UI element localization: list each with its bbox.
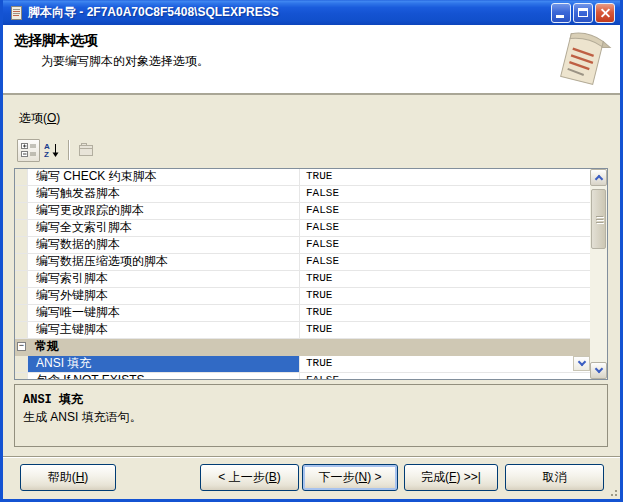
option-row[interactable]: 编写全文索引脚本 FALSE	[15, 220, 590, 237]
maximize-icon	[578, 8, 588, 17]
option-row[interactable]: 编写数据压缩选项的脚本 FALSE	[15, 254, 590, 271]
option-name: 编写外键脚本	[28, 288, 300, 304]
categorized-icon	[21, 142, 37, 158]
option-row[interactable]: 编写唯一键脚本 TRUE	[15, 305, 590, 322]
option-value: FALSE	[300, 220, 590, 236]
grid-body: 编写 CHECK 约束脚本 TRUE 编写触发器脚本 FALSE 编写更改跟踪的…	[15, 169, 590, 379]
property-pages-button	[74, 139, 97, 162]
resize-grip[interactable]	[608, 487, 618, 497]
selected-option-row[interactable]: ANSI 填充 TRUE	[15, 356, 590, 373]
option-row[interactable]: 编写触发器脚本 FALSE	[15, 186, 590, 203]
wizard-header: 选择脚本选项 为要编写脚本的对象选择选项。	[3, 25, 620, 95]
option-value: TRUE	[300, 305, 590, 321]
scroll-down-button[interactable]	[590, 362, 607, 379]
script-wizard-dialog: 脚本向导 - 2F7A0A70C8F5408\SQLEXPRESS 选择脚本选项…	[0, 0, 623, 502]
option-row[interactable]: 编写索引脚本 TRUE	[15, 271, 590, 288]
option-row[interactable]: 包含 If NOT EXISTS FALSE	[15, 373, 590, 379]
option-name: 编写 CHECK 约束脚本	[28, 169, 300, 185]
option-name: 编写触发器脚本	[28, 186, 300, 202]
collapse-icon[interactable]: −	[17, 342, 26, 351]
value-dropdown-button[interactable]	[573, 356, 590, 371]
categorized-view-button[interactable]	[17, 139, 40, 162]
cancel-button[interactable]: 取消	[505, 464, 604, 491]
option-row[interactable]: 编写外键脚本 TRUE	[15, 288, 590, 305]
chevron-down-icon	[577, 358, 585, 366]
minimize-icon	[556, 15, 564, 18]
thumb-grip-icon	[596, 216, 603, 217]
option-value: FALSE	[300, 254, 590, 270]
toolbar-separator	[68, 140, 69, 160]
close-button[interactable]	[595, 3, 615, 23]
options-label: 选项(O)	[19, 110, 60, 127]
grid-toolbar: A Z	[17, 138, 97, 162]
option-name: 编写数据压缩选项的脚本	[28, 254, 300, 270]
option-row[interactable]: 编写更改跟踪的脚本 FALSE	[15, 203, 590, 220]
script-scroll-icon	[550, 27, 614, 91]
option-value: TRUE	[300, 271, 590, 287]
option-name: 包含 If NOT EXISTS	[28, 373, 300, 379]
window-title: 脚本向导 - 2F7A0A70C8F5408\SQLEXPRESS	[28, 4, 279, 21]
option-name: 编写主键脚本	[28, 322, 300, 338]
scroll-up-button[interactable]	[590, 169, 607, 186]
description-panel: ANSI 填充 生成 ANSI 填充语句。	[14, 384, 608, 447]
description-title: ANSI 填充	[23, 391, 83, 408]
scrollbar-thumb[interactable]	[591, 189, 606, 249]
option-value: FALSE	[300, 186, 590, 202]
option-row[interactable]: 编写 CHECK 约束脚本 TRUE	[15, 169, 590, 186]
property-pages-icon	[78, 142, 94, 158]
back-button[interactable]: < 上一步(B)	[200, 464, 299, 491]
category-row-general[interactable]: − 常规	[15, 339, 590, 356]
description-text: 生成 ANSI 填充语句。	[23, 409, 142, 426]
maximize-button[interactable]	[573, 3, 593, 23]
grid-scrollbar[interactable]	[590, 169, 607, 379]
options-property-grid: 编写 CHECK 约束脚本 TRUE 编写触发器脚本 FALSE 编写更改跟踪的…	[14, 168, 608, 380]
option-name: ANSI 填充	[28, 356, 300, 372]
option-value: TRUE	[300, 288, 590, 304]
titlebar[interactable]: 脚本向导 - 2F7A0A70C8F5408\SQLEXPRESS	[3, 0, 620, 25]
option-row[interactable]: 编写数据的脚本 FALSE	[15, 237, 590, 254]
footer-separator	[3, 456, 620, 458]
finish-button[interactable]: 完成(F) >>|	[404, 464, 498, 491]
page-subtitle: 为要编写脚本的对象选择选项。	[41, 53, 209, 70]
option-value: TRUE	[300, 169, 590, 185]
svg-text:Z: Z	[44, 150, 49, 158]
minimize-button[interactable]	[551, 3, 571, 23]
option-value: FALSE	[300, 373, 590, 379]
category-label: 常规	[28, 339, 59, 355]
option-value: TRUE	[300, 322, 590, 338]
option-value: FALSE	[300, 203, 590, 219]
alphabetical-sort-icon: A Z	[44, 142, 60, 158]
next-button[interactable]: 下一步(N) >	[302, 464, 398, 491]
chevron-up-icon	[594, 175, 602, 183]
help-button[interactable]: 帮助(H)	[20, 464, 116, 491]
option-value: FALSE	[300, 237, 590, 253]
app-icon	[8, 5, 24, 21]
option-name: 编写数据的脚本	[28, 237, 300, 253]
option-name: 编写唯一键脚本	[28, 305, 300, 321]
page-title: 选择脚本选项	[14, 32, 98, 50]
option-name: 编写更改跟踪的脚本	[28, 203, 300, 219]
alphabetical-sort-button[interactable]: A Z	[40, 139, 63, 162]
option-name: 编写全文索引脚本	[28, 220, 300, 236]
option-value[interactable]: TRUE	[300, 356, 590, 372]
chevron-down-icon	[594, 365, 602, 373]
option-row[interactable]: 编写主键脚本 TRUE	[15, 322, 590, 339]
option-name: 编写索引脚本	[28, 271, 300, 287]
